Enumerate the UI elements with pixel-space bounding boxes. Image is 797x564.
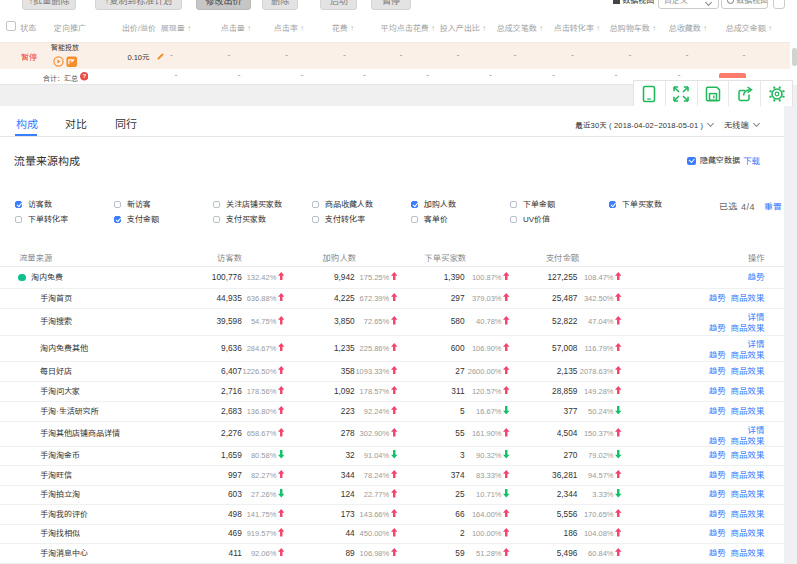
svg-text:?: ? — [82, 72, 86, 79]
